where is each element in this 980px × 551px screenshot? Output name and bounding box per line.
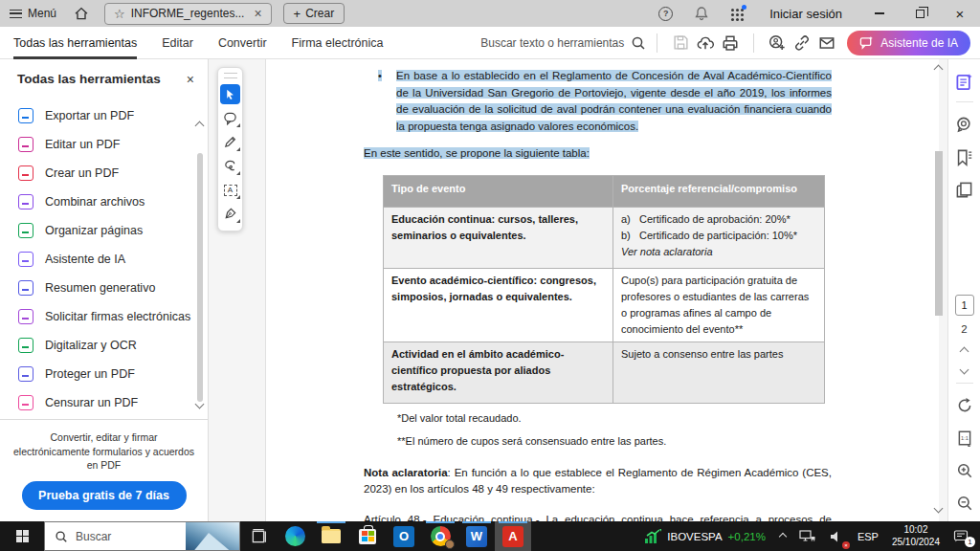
menu-button[interactable]: Menú	[10, 7, 56, 20]
actual-size-button[interactable]: 1:1	[954, 428, 975, 449]
next-page-icon[interactable]	[960, 365, 969, 375]
bookmarks-button[interactable]	[954, 146, 975, 167]
edit-text-tool-button[interactable]: A	[220, 180, 240, 200]
table-cell-detail: a) Certificado de aprobación: 20%* b) Ce…	[613, 207, 825, 268]
minimize-button[interactable]	[859, 0, 900, 27]
scroll-down-icon[interactable]	[195, 400, 205, 409]
ai-chat-icon	[859, 35, 874, 50]
tool-item-exportar[interactable]: Exportar un PDF	[0, 101, 208, 130]
highlighted-text: En base a lo establecido en el Reglament…	[396, 70, 832, 132]
apps-grid-badge	[742, 5, 746, 10]
refresh-view-button[interactable]	[954, 395, 975, 416]
current-page-input[interactable]: 1	[955, 295, 974, 316]
tools-panel-close-icon[interactable]: ×	[187, 73, 194, 86]
save-button[interactable]	[668, 31, 693, 55]
star-icon[interactable]: ☆	[114, 8, 125, 20]
tools-panel-scrollbar[interactable]	[195, 94, 205, 417]
print-button[interactable]	[718, 31, 743, 55]
comments-button[interactable]	[954, 114, 975, 135]
taskbar-edge[interactable]	[277, 521, 313, 551]
tool-item-comprimir[interactable]: Comprimir un PDF	[0, 417, 208, 419]
apps-grid-button[interactable]	[730, 7, 745, 21]
help-button[interactable]: ?	[658, 7, 673, 21]
taskbar-acrobat[interactable]: A	[495, 521, 531, 551]
action-center-button[interactable]: 1	[947, 521, 976, 551]
tab-todas-las-herramientas[interactable]: Todas las herramientas	[13, 27, 137, 59]
email-button[interactable]	[814, 31, 839, 55]
restore-button[interactable]	[900, 0, 940, 27]
windows-taskbar: Buscar O W A IBOVESPA +0,21% ×	[0, 521, 980, 551]
taskbar-file-explorer[interactable]	[313, 521, 349, 551]
highlight-tool-button[interactable]	[220, 132, 240, 152]
draw-tool-button[interactable]	[220, 156, 240, 176]
notifications-button[interactable]	[694, 6, 709, 21]
task-view-button[interactable]	[240, 521, 277, 551]
taskbar-search[interactable]: Buscar	[44, 521, 240, 551]
scrollbar-thumb[interactable]	[935, 151, 943, 316]
taskbar-outlook[interactable]: O	[386, 521, 422, 551]
zoom-out-button[interactable]	[954, 493, 975, 514]
printer-icon	[722, 34, 739, 52]
free-trial-button[interactable]: Prueba gratis de 7 días	[22, 481, 187, 510]
home-button[interactable]	[74, 6, 89, 21]
comment-tool-button[interactable]	[220, 108, 240, 128]
scroll-up-icon[interactable]	[195, 121, 205, 131]
pages-icon	[955, 181, 973, 199]
search-tool[interactable]: Buscar texto o herramientas	[480, 35, 646, 51]
taskbar-chrome[interactable]	[422, 521, 458, 551]
taskbar-clock[interactable]: 10:02 25/10/2024	[885, 524, 947, 548]
close-button[interactable]: ×	[940, 0, 980, 27]
tray-expand-button[interactable]	[773, 521, 792, 551]
network-status[interactable]	[792, 521, 822, 551]
tab-convertir[interactable]: Convertir	[218, 27, 267, 59]
tab-firma-electronica[interactable]: Firma electrónica	[292, 27, 384, 59]
palette-drag-handle[interactable]	[224, 73, 237, 78]
tool-item-combinar[interactable]: Combinar archivos	[0, 187, 208, 216]
document-scrollbar[interactable]	[933, 59, 946, 521]
language-indicator[interactable]: ESP	[851, 521, 885, 551]
tool-item-firmas[interactable]: Solicitar firmas electrónicas	[0, 302, 208, 331]
previous-page-icon[interactable]	[960, 347, 969, 357]
tool-item-proteger[interactable]: Proteger un PDF	[0, 360, 208, 388]
scroll-up-icon[interactable]	[934, 65, 944, 75]
create-button[interactable]: + Crear	[283, 3, 345, 24]
tool-item-censurar[interactable]: Censurar un PDF	[0, 388, 208, 417]
get-link-button[interactable]	[790, 31, 814, 55]
ai-assistant-button[interactable]: Asistente de IA	[847, 31, 970, 55]
search-label: Buscar texto o herramientas	[480, 36, 624, 50]
tool-item-asistente-ia[interactable]: Asistente de IA	[0, 245, 208, 274]
scroll-down-icon[interactable]	[934, 504, 944, 514]
tab-editar[interactable]: Editar	[162, 27, 193, 59]
start-button[interactable]	[0, 521, 44, 551]
tool-item-editar[interactable]: Editar un PDF	[0, 130, 208, 159]
sign-tool-button[interactable]	[220, 204, 240, 224]
stock-widget[interactable]: IBOVESPA +0,21%	[636, 529, 773, 544]
text-box-icon: A	[224, 185, 237, 196]
volume-status[interactable]: ×	[822, 521, 851, 551]
zoom-in-button[interactable]	[954, 460, 975, 481]
menu-label: Menú	[28, 7, 56, 20]
request-signatures-button[interactable]	[765, 31, 790, 55]
scrollbar-thumb[interactable]	[197, 153, 203, 402]
page-thumbnails-button[interactable]	[954, 179, 975, 200]
sign-in-button[interactable]: Iniciar sesión	[769, 7, 842, 21]
generative-summary-button[interactable]	[954, 71, 975, 92]
tool-item-resumen[interactable]: Resumen generativo	[0, 274, 208, 302]
select-tool-button[interactable]	[220, 84, 240, 104]
tab-close-icon[interactable]: ×	[254, 7, 261, 20]
taskbar-word[interactable]: W	[458, 521, 495, 551]
taskbar-store[interactable]	[349, 521, 386, 551]
document-tab[interactable]: ☆ INFORME_regentes... ×	[104, 3, 272, 25]
window-controls: ×	[859, 0, 980, 27]
tool-item-ocr[interactable]: Digitalizar y OCR	[0, 331, 208, 360]
file-explorer-icon	[322, 529, 341, 543]
tool-item-organizar[interactable]: Organizar páginas	[0, 216, 208, 245]
ai-assistant-tool-icon	[18, 252, 33, 267]
tool-item-crear[interactable]: Crear un PDF	[0, 159, 208, 187]
share-button[interactable]	[693, 31, 718, 55]
search-icon	[631, 35, 646, 51]
search-box-image[interactable]	[186, 522, 239, 550]
tools-panel: Todas las herramientas × Exportar un PDF…	[0, 59, 209, 521]
svg-text:1:1: 1:1	[961, 435, 969, 441]
create-label: Crear	[305, 7, 334, 20]
